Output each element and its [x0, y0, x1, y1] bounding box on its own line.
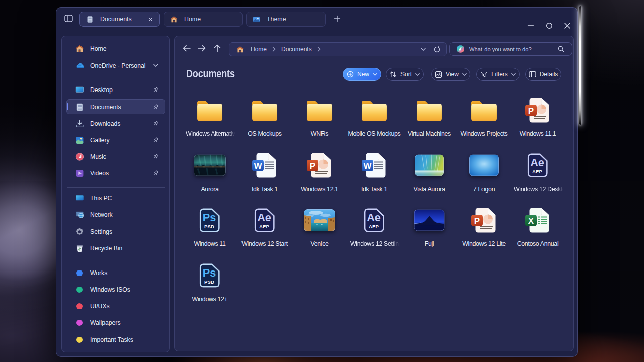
svg-text:AEP: AEP: [369, 224, 379, 229]
svg-text:PSD: PSD: [204, 224, 214, 229]
svg-text:Ae: Ae: [367, 211, 381, 224]
svg-text:Ps: Ps: [203, 211, 216, 224]
svg-text:P: P: [474, 216, 480, 226]
svg-text:P: P: [528, 106, 534, 116]
svg-text:Ae: Ae: [530, 156, 544, 169]
svg-text:W: W: [363, 161, 372, 170]
svg-text:P: P: [310, 161, 315, 170]
svg-text:Ps: Ps: [203, 266, 216, 279]
svg-text:W: W: [254, 161, 262, 170]
svg-text:AEP: AEP: [259, 224, 269, 229]
svg-text:Ae: Ae: [257, 211, 271, 224]
svg-text:PSD: PSD: [204, 279, 214, 285]
svg-text:AEP: AEP: [532, 169, 542, 174]
svg-text:X: X: [528, 216, 534, 226]
